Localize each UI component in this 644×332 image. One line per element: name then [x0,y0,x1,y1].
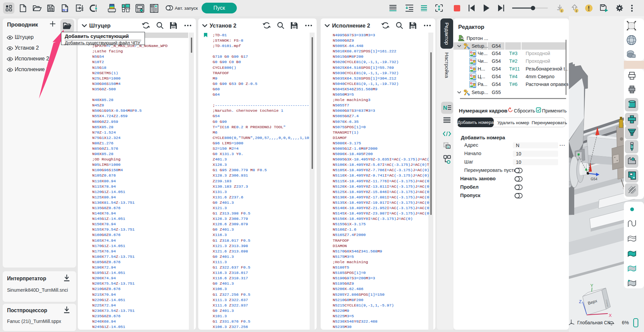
svg-text:G: G [470,50,473,54]
svg-text:Y: Y [590,283,593,288]
svg-text:G: G [470,81,473,85]
svg-text:6%: 6% [622,320,629,325]
svg-text:G54: G54 [591,177,597,181]
svg-text:N·1: N·1 [62,8,68,12]
svg-text:!: ! [561,9,562,13]
svg-text:G: G [470,58,473,62]
svg-text:X: X [609,313,612,318]
svg-text:G: G [470,74,473,77]
svg-text:N: N [443,105,447,111]
svg-text:G: G [470,66,473,69]
svg-text:Z: Z [579,299,582,304]
svg-text:!: ! [576,9,577,13]
svg-text:G: G [447,145,449,149]
svg-text:Глобальная СК: Глобальная СК [577,320,610,325]
